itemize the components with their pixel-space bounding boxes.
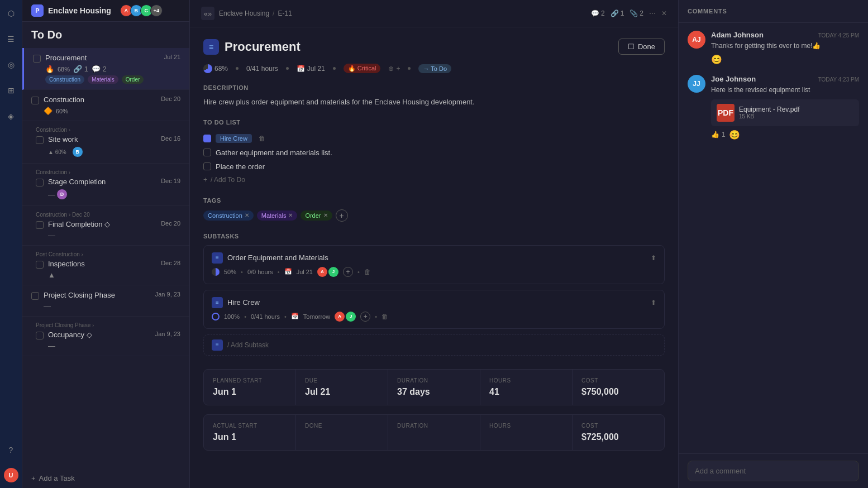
subtask-hire-add-assignee[interactable]: + <box>360 312 370 322</box>
task-checkbox-stage[interactable] <box>36 179 44 186</box>
task-title-row: ≡ Procurement ☐ Done <box>203 39 665 55</box>
comment-joe: JJ Joe Johnson TODAY 4:23 PM Here is the… <box>688 75 859 140</box>
task-checkbox-inspections[interactable] <box>36 261 44 269</box>
todo-checkbox-gather[interactable] <box>203 149 211 156</box>
subtask-expand-order[interactable]: ⬆ <box>651 254 656 262</box>
done-button[interactable]: ☐ Done <box>618 39 665 55</box>
tags-title: TAGS <box>203 197 665 204</box>
header-icons: 💬 2 🔗 1 📎 2 ⋯ ✕ <box>591 9 667 17</box>
subtask-hire-av-2: J <box>346 312 356 322</box>
task-progress-meta: 68% <box>203 64 228 73</box>
subtask-progress-pct: 50% <box>224 269 236 275</box>
link-icon: 🔗 <box>611 9 619 17</box>
task-item-procurement[interactable]: Procurement Jul 21 🔥 68% 🔗 1 💬 2 Constru… <box>22 48 189 90</box>
task-date-inspections: Dec 28 <box>161 260 180 266</box>
task-checkbox-occupancy[interactable] <box>36 332 44 339</box>
priority-icon: 🔥 <box>45 65 54 73</box>
priority-badge: 🔥 Critical <box>344 64 381 73</box>
closing-progress: — <box>44 302 51 310</box>
arrow-icon: → <box>423 65 431 72</box>
collapse-button[interactable]: «» <box>201 7 214 20</box>
todo-checkbox-hire[interactable] <box>203 135 211 142</box>
subtask-calendar: 📅 <box>284 268 292 275</box>
emoji-button[interactable]: 😊 <box>711 54 722 65</box>
stat-label-cost: COST <box>581 377 655 384</box>
sidebar-icon-home[interactable]: ⬡ <box>3 6 19 21</box>
group-label-stage: Construction › <box>36 169 70 175</box>
add-task-button[interactable]: + Add a Task <box>22 468 189 488</box>
subtask-delete-order[interactable]: 🗑 <box>364 268 371 276</box>
tag-materials-remove[interactable]: ✕ <box>288 212 293 218</box>
sidebar-icon-question[interactable]: ? <box>3 442 19 458</box>
task-date-construction: Dec 20 <box>161 95 180 102</box>
sitework-progress: ▲ 60% <box>48 149 66 155</box>
user-avatar[interactable]: U <box>4 468 18 482</box>
task-checkbox-final[interactable] <box>36 221 44 229</box>
task-checkbox-procurement[interactable] <box>33 55 41 63</box>
sidebar-icon-grid[interactable]: ⊞ <box>3 83 19 98</box>
subtask-hire-crew: ≡ Hire Crew ⬆ 100% • 0/41 hours • 📅 Tomo… <box>203 290 665 329</box>
tag-construction-item: Construction ✕ <box>203 210 254 221</box>
task-name-occupancy: Occupancy ◇ <box>48 331 151 339</box>
add-todo-button[interactable]: + / Add To Do <box>203 174 665 186</box>
stat-done: DONE <box>296 415 388 450</box>
sidebar-icon-diamond[interactable]: ◈ <box>3 108 19 124</box>
subtask-hire-avatars: A J <box>335 312 356 322</box>
todo-item-hire-crew: Hire Crew 🗑 <box>203 131 665 146</box>
project-header: P Enclave Housing A B C +4 <box>22 0 189 22</box>
comment-name-joe: Joe Johnson <box>711 75 756 83</box>
stat-hours: HOURS 41 <box>480 370 572 405</box>
task-detail: ≡ Procurement ☐ Done 68% 0/41 hours 📅 Ju… <box>190 27 678 471</box>
comment-header-joe: Joe Johnson TODAY 4:23 PM <box>711 75 859 83</box>
task-checkbox-closing[interactable] <box>31 292 39 300</box>
attachment-info: Equipment - Rev.pdf 15 KB <box>739 106 800 119</box>
task-item-project-closing[interactable]: Project Closing Phase Jan 9, 23 — <box>22 285 189 317</box>
progress-pct-construction: 60% <box>56 108 68 114</box>
progress-pct: 68% <box>58 66 70 73</box>
close-icon[interactable]: ✕ <box>661 9 667 17</box>
subtask-expand-hire[interactable]: ⬆ <box>651 299 656 307</box>
stat-label-due: DUE <box>305 377 379 384</box>
task-checkbox-sitework[interactable] <box>36 136 44 144</box>
subtask-add-assignee[interactable]: + <box>343 267 353 277</box>
thumbs-up-icon: 👍 <box>711 131 719 138</box>
group-label-inspections: Post Construction › <box>36 251 83 257</box>
sidebar-icon-circle[interactable]: ◎ <box>3 57 19 73</box>
task-item-occupancy[interactable]: Project Closing Phase › Occupancy ◇ Jan … <box>22 317 189 356</box>
tag-construction: Construction <box>45 75 84 84</box>
comment-time-joe: TODAY 4:23 PM <box>818 76 859 83</box>
subtask-hire-pct: 100% <box>224 313 240 320</box>
stat-value-actual-cost: $725,000 <box>581 432 655 442</box>
tag-construction-remove[interactable]: ✕ <box>245 212 249 218</box>
comment-input[interactable] <box>688 461 859 481</box>
subtask-icon-hire: ≡ <box>212 297 223 308</box>
subtask-hours: 0/0 hours <box>247 269 273 275</box>
task-item-stage-completion[interactable]: Construction › Stage Completion Dec 19 —… <box>22 164 189 206</box>
emoji-button-joe[interactable]: 😊 <box>729 130 740 140</box>
comment-text-adam: Thanks for getting this over to me!👍 <box>711 41 859 51</box>
tag-add-button[interactable]: + <box>336 209 348 222</box>
task-item-final-completion[interactable]: Construction › Dec 20 Final Completion ◇… <box>22 206 189 246</box>
task-item-sitework[interactable]: Construction › Site work Dec 16 ▲ 60% B <box>22 121 189 164</box>
tag-order-remove[interactable]: ✕ <box>323 212 328 218</box>
task-checkbox-construction[interactable] <box>31 97 39 104</box>
tags-row: Construction ✕ Materials ✕ Order ✕ + <box>203 209 665 222</box>
todo-delete-hire[interactable]: 🗑 <box>259 135 265 142</box>
subtasks-title: SUBTASKS <box>203 233 665 240</box>
subtasks-section: SUBTASKS ≡ Order Equipment and Materials… <box>203 233 665 356</box>
breadcrumb: Enclave Housing / E-11 <box>219 9 586 17</box>
comment-count: 💬 2 <box>591 9 605 17</box>
planned-stats-grid: PLANNED START Jun 1 DUE Jul 21 DURATION … <box>203 369 665 405</box>
add-subtask-button[interactable]: ≡ / Add Subtask <box>203 334 665 356</box>
status-badge[interactable]: → To Do <box>418 64 451 73</box>
panel-title: To Do <box>22 22 189 48</box>
subtask-delete-hire[interactable]: 🗑 <box>381 313 388 320</box>
task-item-inspections[interactable]: Post Construction › Inspections Dec 28 ▲ <box>22 246 189 285</box>
todo-checkbox-order[interactable] <box>203 162 211 170</box>
like-button[interactable]: 👍 1 <box>711 131 726 138</box>
task-meta-row: 68% 0/41 hours 📅 Jul 21 🔥 Critical ⊕ + <box>203 64 665 73</box>
task-item-construction[interactable]: Construction Dec 20 🔶 60% <box>22 90 189 121</box>
add-assignee[interactable]: + <box>396 65 400 73</box>
more-options[interactable]: ⋯ <box>649 9 656 17</box>
sidebar-icon-menu[interactable]: ☰ <box>3 31 19 47</box>
